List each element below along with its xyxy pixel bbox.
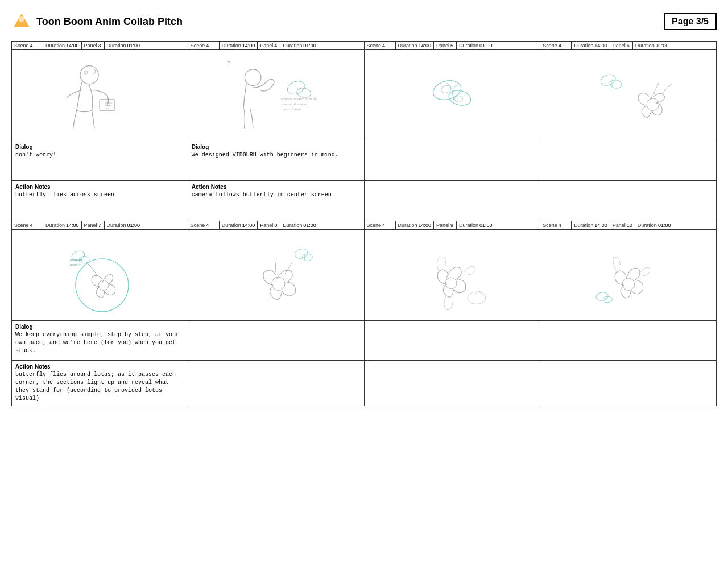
panel-image-7: butterfly point it xyxy=(12,230,188,321)
duration-field: Duration 14:00 xyxy=(43,42,82,49)
panel-header-7: Scene 4 Duration 14:00 Panel 7 Duration … xyxy=(12,221,188,230)
panel-image-3 xyxy=(12,50,188,141)
svg-text:center of screen: center of screen xyxy=(282,102,308,106)
toonboom-logo-icon xyxy=(11,11,32,32)
panel-dialog-9 xyxy=(365,321,540,361)
svg-point-6 xyxy=(245,69,262,86)
svg-point-28 xyxy=(445,278,457,289)
panel-header-5: Scene 4 Duration 14:00 Panel 5 Duration … xyxy=(365,42,540,50)
svg-point-19 xyxy=(76,259,129,312)
panel-header-3: Scene 4 Duration 14:00 Panel 3 Duration … xyxy=(12,42,188,50)
panel-action-3: Action Notes butterfly flies across scre… xyxy=(12,181,188,221)
panel-duration-field: Duration 01:00 xyxy=(105,42,188,49)
svg-point-30 xyxy=(622,278,634,290)
panel-header-8: Scene 4 Duration 14:00 Panel 8 Duration … xyxy=(188,221,364,230)
panel-image-10 xyxy=(540,230,716,321)
panel-action-9 xyxy=(365,361,540,400)
panel-dialog-8 xyxy=(188,321,364,361)
panel-field: Panel 3 xyxy=(82,42,105,49)
panel-action-6 xyxy=(540,181,716,221)
logo-area: Toon Boom Anim Collab Pitch xyxy=(11,11,183,32)
panel-cell-8: Scene 4 Duration 14:00 Panel 8 Duration … xyxy=(188,221,365,406)
svg-point-15 xyxy=(454,96,462,102)
svg-text:point it: point it xyxy=(70,262,81,266)
panel-dialog-5 xyxy=(365,141,540,181)
svg-point-25 xyxy=(272,277,285,290)
svg-text:7: 7 xyxy=(228,60,230,66)
panel-dialog-4: Dialog We designed VIDGURU with beginner… xyxy=(188,141,364,181)
svg-point-20 xyxy=(99,280,109,290)
svg-point-16 xyxy=(647,98,659,110)
svg-point-29 xyxy=(468,292,486,304)
svg-point-2 xyxy=(80,66,98,84)
svg-text:your frame: your frame xyxy=(283,107,301,111)
panel-image-5 xyxy=(365,50,540,141)
page-header: Toon Boom Anim Collab Pitch Page 3/5 xyxy=(11,11,717,32)
svg-text:camera follows butterfly: camera follows butterfly xyxy=(280,97,318,101)
svg-text:butterfly: butterfly xyxy=(71,257,84,261)
panel-dialog-6 xyxy=(540,141,716,181)
panel-image-4: 7 camera follows butterfly center of scr… xyxy=(188,50,364,141)
panel-header-9: Scene 4 Duration 14:00 Panel 9 Duration … xyxy=(365,221,540,230)
panel-action-7: Action Notes butterfly flies around lotu… xyxy=(12,361,188,406)
panel-dialog-7: Dialog We keep everything simple, step b… xyxy=(12,321,188,361)
scene-field: Scene 4 xyxy=(12,42,43,49)
svg-point-1 xyxy=(19,16,24,22)
panel-cell-3: Scene 4 Duration 14:00 Panel 3 Duration … xyxy=(12,42,188,221)
panel-image-8 xyxy=(188,230,364,321)
panel-image-6 xyxy=(540,50,716,141)
panel-dialog-3: Dialog don't worry! xyxy=(12,141,188,181)
storyboard-row-1: Scene 4 Duration 14:00 Panel 3 Duration … xyxy=(11,41,717,221)
panel-header-6: Scene 4 Duration 14:00 Panel 6 Duration … xyxy=(540,42,716,50)
page-badge: Page 3/5 xyxy=(664,13,717,30)
panel-cell-4: Scene 4 Duration 14:00 Panel 4 Duration … xyxy=(188,42,365,221)
panel-cell-9: Scene 4 Duration 14:00 Panel 9 Duration … xyxy=(365,221,541,406)
panel-header-4: Scene 4 Duration 14:00 Panel 4 Duration … xyxy=(188,42,364,50)
panel-cell-6: Scene 4 Duration 14:00 Panel 6 Duration … xyxy=(540,42,717,221)
panel-header-10: Scene 4 Duration 14:00 Panel 10 Duration… xyxy=(540,221,716,230)
panel-dialog-10 xyxy=(540,321,716,361)
panel-action-10 xyxy=(540,361,716,400)
panel-image-9 xyxy=(365,230,540,321)
panel-cell-5: Scene 4 Duration 14:00 Panel 5 Duration … xyxy=(365,42,541,221)
panel-action-4: Action Notes camera follows butterfly in… xyxy=(188,181,364,221)
storyboard-row-2: Scene 4 Duration 14:00 Panel 7 Duration … xyxy=(11,221,717,406)
panel-cell-7: Scene 4 Duration 14:00 Panel 7 Duration … xyxy=(12,221,188,406)
svg-point-4 xyxy=(85,71,88,74)
panel-cell-10: Scene 4 Duration 14:00 Panel 10 Duration… xyxy=(540,221,717,406)
app-title: Toon Boom Anim Collab Pitch xyxy=(36,16,183,28)
panel-action-8 xyxy=(188,361,364,400)
svg-point-7 xyxy=(286,79,307,96)
panel-action-5 xyxy=(365,181,540,221)
svg-point-13 xyxy=(447,88,472,108)
